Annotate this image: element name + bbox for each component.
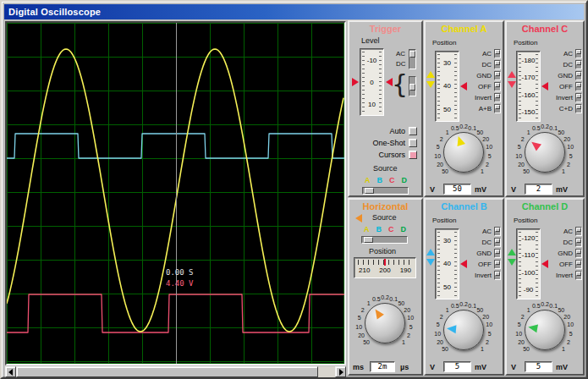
knob-scale-label: 0.2 <box>541 124 549 129</box>
unit-left-label: ms <box>353 363 364 371</box>
switch-thumb[interactable] <box>576 228 581 232</box>
position-slider[interactable]: 304050 <box>435 51 459 122</box>
switch-thumb[interactable] <box>576 261 581 265</box>
switch-thumb[interactable] <box>495 50 500 54</box>
switch-invert[interactable] <box>494 93 501 102</box>
switch-thumb[interactable] <box>495 83 500 87</box>
mode-button-one-shot[interactable] <box>409 139 417 147</box>
volts-per-div-knob[interactable] <box>443 310 484 350</box>
time-per-div-knob[interactable] <box>365 303 405 343</box>
switch-thumb[interactable] <box>576 105 581 109</box>
position-down-arrow[interactable] <box>508 259 516 266</box>
switch-gnd[interactable] <box>575 71 582 80</box>
knob-scale-label: 0.1 <box>389 295 398 301</box>
position-slider[interactable]: -120-110-100-90 <box>516 228 541 299</box>
switch-c+d[interactable] <box>575 104 582 113</box>
mode-label-auto: Auto <box>389 127 405 135</box>
knob-pointer <box>522 307 567 352</box>
switch-invert[interactable] <box>575 271 582 280</box>
switch-off[interactable] <box>575 260 582 269</box>
switch-thumb[interactable] <box>576 72 581 76</box>
position-down-arrow[interactable] <box>426 259 435 266</box>
horizontal-position-display[interactable]: 210200190 <box>354 257 416 278</box>
position-down-arrow[interactable] <box>508 81 516 88</box>
switch-gnd[interactable] <box>494 71 501 80</box>
source-channel-letter-a: A <box>365 176 371 184</box>
switch-gnd[interactable] <box>575 249 582 258</box>
position-up-arrow[interactable] <box>508 249 516 255</box>
horizontal-source-slider-thumb[interactable] <box>364 237 373 243</box>
switch-thumb[interactable] <box>495 61 500 65</box>
switch-thumb[interactable] <box>495 272 500 276</box>
position-up-arrow[interactable] <box>426 249 435 255</box>
switch-off[interactable] <box>494 82 501 91</box>
trigger-source-slider[interactable] <box>362 187 409 195</box>
control-panels: Trigger Level -10010 AC DC { AutoOne-Sho… <box>348 20 585 376</box>
switch-off[interactable] <box>575 82 582 91</box>
switch-invert[interactable] <box>575 93 582 102</box>
switch-off[interactable] <box>494 260 501 269</box>
volts-per-div-knob[interactable] <box>525 132 565 173</box>
scope-display[interactable]: 0.00 S 4.40 V <box>5 21 346 365</box>
switch-label-off: OFF <box>478 261 492 268</box>
switch-gnd[interactable] <box>494 249 501 258</box>
scroll-thumb[interactable] <box>16 366 318 377</box>
title-bar[interactable]: Digital Oscilloscope <box>4 4 584 19</box>
trigger-level-arrow-left[interactable] <box>352 78 359 86</box>
switch-invert[interactable] <box>494 271 501 280</box>
unit-left-label: V <box>430 185 435 194</box>
switch-thumb[interactable] <box>576 250 581 254</box>
switch-thumb[interactable] <box>576 272 581 276</box>
switch-label-invert: Invert <box>556 94 573 102</box>
switch-a+b[interactable] <box>494 104 501 113</box>
trigger-edge-switch[interactable] <box>409 76 416 96</box>
trigger-source-slider-thumb[interactable] <box>365 188 374 194</box>
position-slider[interactable]: -180-170-160-150 <box>516 51 541 122</box>
switch-thumb[interactable] <box>495 239 500 243</box>
scroll-right-button[interactable] <box>335 366 346 377</box>
scroll-left-button[interactable] <box>5 366 16 377</box>
switch-label-dc: DC <box>481 239 492 246</box>
switch-thumb[interactable] <box>495 261 500 265</box>
trigger-level-slider[interactable]: -10010 <box>360 48 384 116</box>
knob-scale-label: 20 <box>482 135 489 141</box>
switch-thumb[interactable] <box>576 83 581 87</box>
switch-thumb[interactable] <box>495 105 500 109</box>
trigger-edge-switch-thumb[interactable] <box>409 84 415 91</box>
cursor-time-readout: 0.00 S <box>166 268 194 277</box>
volts-per-div-knob[interactable] <box>443 132 484 173</box>
switch-dc[interactable] <box>575 238 582 247</box>
horizontal-scrollbar[interactable] <box>5 366 346 377</box>
switch-thumb[interactable] <box>576 94 581 98</box>
knob-scale-label: 0.5 <box>532 302 541 308</box>
knob-scale-label: 2 <box>567 161 570 167</box>
switch-thumb[interactable] <box>495 250 500 254</box>
switch-dc[interactable] <box>494 238 501 247</box>
switch-thumb[interactable] <box>576 239 581 243</box>
switch-thumb[interactable] <box>495 228 500 232</box>
mode-button-auto[interactable] <box>409 127 417 135</box>
trigger-source-letters: ABCD <box>365 176 407 184</box>
position-up-arrow[interactable] <box>426 71 435 78</box>
position-slider[interactable]: 304050 <box>435 228 459 299</box>
switch-ac[interactable] <box>575 227 582 236</box>
position-down-arrow[interactable] <box>426 81 435 88</box>
position-up-arrow[interactable] <box>508 71 516 78</box>
knob-scale-label: 5 <box>569 330 573 336</box>
switch-thumb[interactable] <box>576 50 581 54</box>
mode-button-cursors[interactable] <box>409 151 417 159</box>
switch-dc[interactable] <box>575 60 582 69</box>
volts-per-div-knob[interactable] <box>525 310 565 350</box>
switch-thumb[interactable] <box>495 94 500 98</box>
switch-ac[interactable] <box>494 227 501 236</box>
switch-thumb[interactable] <box>495 72 500 76</box>
switch-ac[interactable] <box>575 49 582 58</box>
unit-right-label: mV <box>475 185 486 194</box>
trigger-panel: Trigger Level -10010 AC DC { AutoOne-Sho… <box>348 20 423 197</box>
switch-thumb[interactable] <box>576 61 581 65</box>
coupling-switch[interactable] <box>409 49 416 69</box>
coupling-switch-thumb[interactable] <box>409 51 415 58</box>
horizontal-source-slider[interactable] <box>361 236 408 244</box>
switch-dc[interactable] <box>494 60 501 69</box>
switch-ac[interactable] <box>494 49 501 58</box>
